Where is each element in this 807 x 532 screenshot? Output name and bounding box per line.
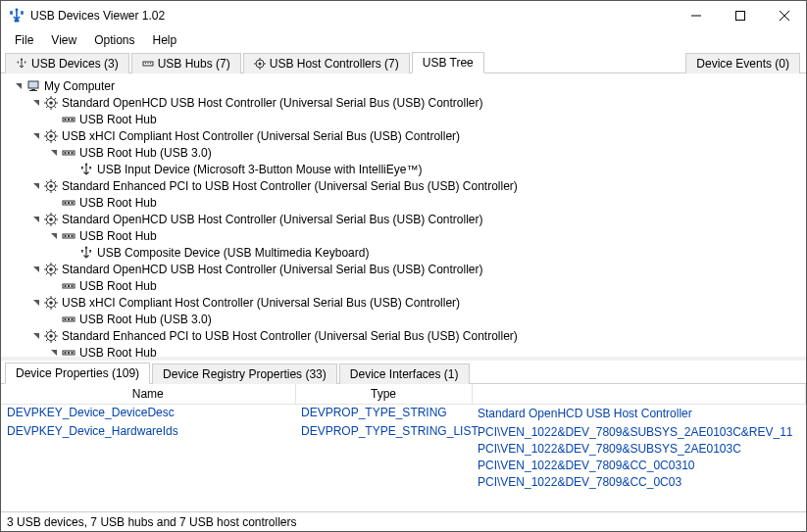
collapse-toggle-icon[interactable] <box>30 330 42 342</box>
tab-label: USB Devices (3) <box>31 57 119 71</box>
tree-row[interactable]: Standard Enhanced PCI to USB Host Contro… <box>1 327 806 344</box>
svg-line-84 <box>46 265 48 266</box>
table-row[interactable]: DEVPKEY_Device_DeviceDescDEVPROP_TYPE_ST… <box>1 405 806 424</box>
svg-line-114 <box>54 331 56 333</box>
tree-row[interactable]: Standard Enhanced PCI to USB Host Contro… <box>1 177 806 194</box>
tree-row[interactable]: USB Root Hub <box>1 227 806 244</box>
close-button[interactable] <box>762 1 806 30</box>
collapse-toggle-icon[interactable] <box>30 214 42 225</box>
svg-rect-104 <box>68 318 70 320</box>
hub-icon <box>62 279 76 293</box>
tree-row[interactable]: USB Root Hub (USB 3.0) <box>1 144 806 161</box>
collapse-toggle-icon[interactable] <box>30 264 42 275</box>
tree-row[interactable]: USB Root Hub <box>1 194 806 211</box>
tab-usb-devices[interactable]: USB Devices (3) <box>5 53 129 73</box>
menu-options[interactable]: Options <box>86 31 142 49</box>
hub-icon <box>62 113 76 126</box>
table-row[interactable]: DEVPKEY_Device_HardwareIdsDEVPROP_TYPE_S… <box>1 423 806 492</box>
maximize-button[interactable] <box>718 1 762 30</box>
tree-row-label: USB Root Hub (USB 3.0) <box>79 313 212 326</box>
col-type[interactable]: Type <box>295 384 472 405</box>
detail-table: Name Type DEVPKEY_Device_DeviceDescDEVPR… <box>1 384 806 492</box>
svg-line-41 <box>54 139 56 141</box>
collapse-toggle-icon[interactable] <box>30 297 42 309</box>
collapse-toggle-icon[interactable] <box>30 180 42 192</box>
collapse-toggle-icon[interactable] <box>48 230 60 242</box>
svg-line-56 <box>54 189 56 191</box>
minimize-button[interactable] <box>674 1 718 30</box>
cell-value: PCI\VEN_1022&DEV_7809&SUBSYS_2AE0103C&RE… <box>472 423 806 492</box>
svg-rect-103 <box>65 318 67 320</box>
tree-row[interactable]: USB Input Device (Microsoft 3-Button Mou… <box>1 161 806 177</box>
svg-line-85 <box>54 272 56 274</box>
tree-row[interactable]: USB xHCI Compliant Host Controller (Univ… <box>1 127 806 144</box>
tab-device-events[interactable]: Device Events (0) <box>685 53 800 73</box>
app-icon <box>9 8 25 24</box>
app-window: USB Devices Viewer 1.02 File View Option… <box>0 0 807 532</box>
tree-row-label: Standard OpenHCD USB Host Controller (Un… <box>62 96 482 110</box>
tree-row[interactable]: USB Root Hub <box>1 111 806 127</box>
svg-rect-117 <box>65 352 67 354</box>
svg-rect-61 <box>68 202 70 204</box>
tree-row[interactable]: USB Root Hub <box>1 344 806 357</box>
tab-usb-host-controllers[interactable]: USB Host Controllers (7) <box>243 53 410 73</box>
collapse-toggle-icon[interactable] <box>30 130 42 142</box>
svg-line-42 <box>54 131 56 133</box>
svg-rect-1 <box>15 20 20 23</box>
svg-rect-45 <box>65 152 67 154</box>
tree-row-label: USB Input Device (Microsoft 3-Button Mou… <box>97 163 422 176</box>
gear-icon <box>44 296 58 310</box>
tree-row-label: USB xHCI Compliant Host Controller (Univ… <box>62 296 460 310</box>
tab-usb-tree[interactable]: USB Tree <box>412 52 484 73</box>
horizontal-scrollbar[interactable] <box>1 496 806 511</box>
menu-file[interactable]: File <box>7 31 41 49</box>
tree-row[interactable]: USB xHCI Compliant Host Controller (Univ… <box>1 294 806 311</box>
tree-row[interactable]: Standard OpenHCD USB Host Controller (Un… <box>1 211 806 227</box>
collapse-toggle-icon[interactable] <box>48 347 60 358</box>
tab-device-properties[interactable]: Device Properties (109) <box>5 363 150 384</box>
svg-line-71 <box>54 215 56 217</box>
svg-rect-76 <box>72 235 74 237</box>
detail-table-scroll[interactable]: Name Type DEVPKEY_Device_DeviceDescDEVPR… <box>1 384 806 496</box>
tree-row-label: Standard OpenHCD USB Host Controller (Un… <box>62 263 482 276</box>
svg-line-113 <box>54 339 56 341</box>
tree-row-label: USB Root Hub <box>79 113 157 126</box>
svg-line-70 <box>54 222 56 224</box>
collapse-toggle-icon[interactable] <box>30 97 42 109</box>
tree-row-label: USB Root Hub <box>79 279 157 293</box>
tree-row-label: USB xHCI Compliant Host Controller (Univ… <box>62 129 460 143</box>
tree-row[interactable]: Standard OpenHCD USB Host Controller (Un… <box>1 94 806 111</box>
menu-help[interactable]: Help <box>145 31 185 49</box>
svg-line-55 <box>46 181 48 183</box>
svg-point-107 <box>49 334 53 338</box>
svg-rect-18 <box>31 89 35 90</box>
svg-line-98 <box>46 298 48 300</box>
tab-device-interfaces[interactable]: Device Interfaces (1) <box>339 363 470 384</box>
tree-row[interactable]: USB Composite Device (USB Multimedia Key… <box>1 244 806 261</box>
col-name[interactable]: Name <box>1 384 295 405</box>
svg-line-28 <box>54 98 56 100</box>
tab-usb-hubs[interactable]: USB Hubs (7) <box>131 53 241 73</box>
collapse-toggle-icon[interactable] <box>48 147 60 159</box>
svg-line-115 <box>46 339 48 341</box>
menubar: File View Options Help <box>1 30 806 50</box>
collapse-toggle-icon[interactable] <box>13 80 25 92</box>
svg-rect-90 <box>68 285 70 287</box>
tree-row[interactable]: USB Root Hub (USB 3.0) <box>1 311 806 327</box>
tree-row[interactable]: Standard OpenHCD USB Host Controller (Un… <box>1 261 806 277</box>
tree-row[interactable]: My Computer <box>1 77 806 94</box>
cell-name: DEVPKEY_Device_HardwareIds <box>1 423 295 492</box>
tree-row-label: Standard Enhanced PCI to USB Host Contro… <box>62 329 518 343</box>
svg-rect-118 <box>68 352 70 354</box>
svg-line-40 <box>46 131 48 133</box>
tree-row[interactable]: USB Root Hub <box>1 277 806 294</box>
col-value[interactable] <box>472 384 806 405</box>
tab-device-registry-properties[interactable]: Device Registry Properties (33) <box>152 363 337 384</box>
tree-pane[interactable]: My ComputerStandard OpenHCD USB Host Con… <box>1 73 806 357</box>
detail-pane: Name Type DEVPKEY_Device_DeviceDescDEVPR… <box>1 384 806 511</box>
svg-rect-62 <box>72 202 74 204</box>
menu-view[interactable]: View <box>43 31 84 49</box>
tree-toggle-spacer <box>48 197 60 209</box>
svg-line-86 <box>54 265 56 266</box>
gear-icon <box>44 213 58 226</box>
